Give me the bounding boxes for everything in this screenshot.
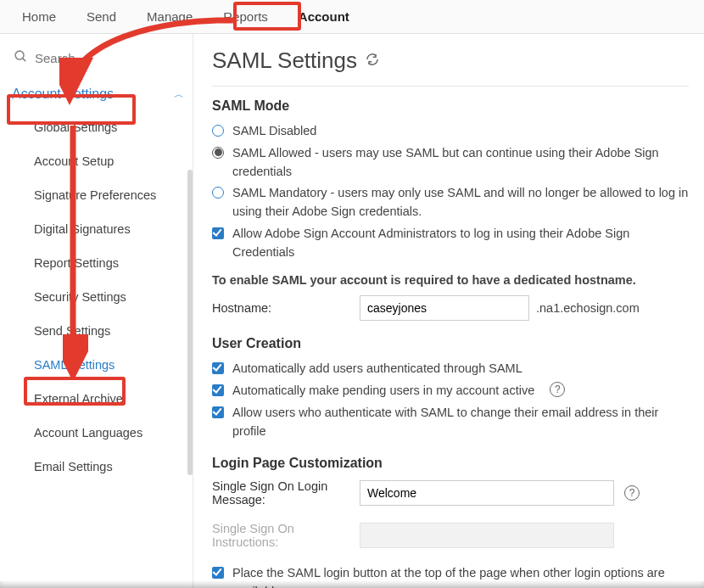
sidebar-list: Global Settings Account Setup Signature … (10, 110, 189, 484)
hostname-input[interactable] (360, 295, 529, 321)
hostname-label: Hostname: (212, 301, 356, 315)
sso-message-input[interactable] (360, 480, 614, 506)
chevron-up-icon: ︿ (174, 87, 184, 102)
checkbox-checked-icon (212, 406, 224, 418)
sso-message-label: Single Sign On Login Message: (212, 479, 356, 507)
search-icon (14, 49, 28, 66)
check-change-email[interactable]: Allow users who authenticate with SAML t… (212, 404, 689, 441)
hostname-note: To enable SAML your account is required … (212, 273, 689, 287)
help-icon[interactable]: ? (550, 382, 565, 397)
checkbox-checked-icon (212, 384, 224, 396)
radio-saml-mandatory[interactable]: SAML Mandatory - users may only use SAML… (212, 184, 689, 221)
main-panel: SAML Settings SAML Mode SAML Disabled SA… (193, 34, 704, 588)
sidebar-scrollbar[interactable] (187, 170, 193, 475)
hostname-suffix: .na1.echosign.com (536, 301, 640, 315)
radio-icon (212, 125, 224, 137)
sidebar-item-email-settings[interactable]: Email Settings (10, 450, 189, 484)
check-auto-add-users[interactable]: Automatically add users authenticated th… (212, 360, 689, 378)
login-custom-heading: Login Page Customization (212, 456, 689, 471)
checkbox-label: Allow users who authenticate with SAML t… (232, 404, 689, 441)
sso-instructions-label: Single Sign On Instructions: (212, 522, 356, 549)
sidebar-section-label: Account Settings (12, 87, 114, 102)
nav-home[interactable]: Home (7, 1, 71, 32)
sso-instructions-input (360, 523, 614, 548)
checkbox-label: Automatically add users authenticated th… (232, 360, 522, 378)
checkbox-checked-icon (212, 227, 224, 239)
help-icon[interactable]: ? (624, 485, 640, 501)
saml-mode-heading: SAML Mode (212, 98, 689, 114)
nav-manage[interactable]: Manage (131, 1, 208, 32)
nav-reports[interactable]: Reports (208, 1, 283, 32)
checkbox-label: Automatically make pending users in my a… (232, 382, 534, 400)
checkbox-checked-icon (212, 567, 224, 579)
nav-send[interactable]: Send (71, 1, 131, 32)
radio-saml-disabled[interactable]: SAML Disabled (212, 122, 689, 141)
nav-account[interactable]: Account (283, 1, 365, 32)
checkbox-checked-icon (212, 362, 224, 374)
sidebar-item-security-settings[interactable]: Security Settings (10, 280, 189, 314)
radio-label: SAML Allowed - users may use SAML but ca… (232, 144, 689, 182)
radio-label: SAML Mandatory - users may only use SAML… (232, 184, 689, 221)
sidebar-item-saml-settings[interactable]: SAML Settings (10, 348, 189, 382)
sidebar-item-account-languages[interactable]: Account Languages (10, 416, 189, 450)
check-pending-active[interactable]: Automatically make pending users in my a… (212, 382, 689, 400)
radio-icon-selected (212, 147, 224, 159)
top-nav: Home Send Manage Reports Account (0, 0, 704, 34)
page-title: SAML Settings (212, 48, 689, 74)
refresh-icon[interactable] (366, 53, 379, 70)
sidebar-item-digital-signatures[interactable]: Digital Signatures (10, 212, 189, 246)
checkbox-label: Allow Adobe Sign Account Administrators … (232, 225, 689, 262)
radio-icon (212, 187, 224, 199)
sidebar-item-send-settings[interactable]: Send Settings (10, 314, 189, 348)
sidebar: Account Settings ︿ Global Settings Accou… (0, 34, 193, 588)
radio-label: SAML Disabled (232, 122, 316, 141)
sidebar-section-account-settings[interactable]: Account Settings ︿ (10, 78, 189, 110)
sidebar-item-external-archive[interactable]: External Archive (10, 382, 189, 416)
sidebar-item-report-settings[interactable]: Report Settings (10, 246, 189, 280)
radio-saml-allowed[interactable]: SAML Allowed - users may use SAML but ca… (212, 144, 689, 182)
bottom-shadow (0, 581, 704, 588)
sidebar-item-signature-preferences[interactable]: Signature Preferences (10, 178, 189, 212)
check-admin-login[interactable]: Allow Adobe Sign Account Administrators … (212, 225, 689, 262)
search-input[interactable] (35, 51, 154, 65)
svg-line-1 (23, 59, 26, 62)
svg-point-0 (15, 51, 24, 59)
user-creation-heading: User Creation (212, 336, 689, 351)
sidebar-item-global-settings[interactable]: Global Settings (10, 110, 189, 144)
page-title-text: SAML Settings (212, 48, 357, 74)
sidebar-item-account-setup[interactable]: Account Setup (10, 144, 189, 178)
